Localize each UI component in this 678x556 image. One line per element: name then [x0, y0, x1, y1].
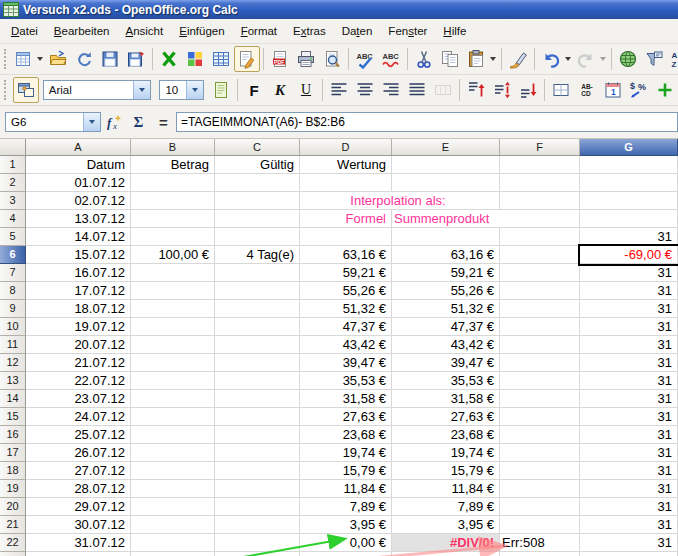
row-header-17[interactable]: 17 [0, 444, 26, 462]
cell-E13[interactable]: 35,53 € [392, 372, 500, 390]
cell-E20[interactable]: 7,89 € [392, 498, 500, 516]
column-header-E[interactable]: E [392, 139, 500, 156]
cell-B9[interactable] [131, 300, 215, 318]
column-header-D[interactable]: D [300, 139, 392, 156]
cell-B16[interactable] [131, 426, 215, 444]
menu-datei[interactable]: Datei [3, 20, 46, 43]
cell-F1[interactable] [500, 156, 580, 174]
cell-C7[interactable] [215, 264, 300, 282]
cell-A6[interactable]: 15.07.12 [26, 246, 131, 264]
cell-A5[interactable]: 14.07.12 [26, 228, 131, 246]
cell-F6[interactable] [500, 246, 580, 264]
cell-C4[interactable] [215, 210, 300, 228]
cell-G3[interactable] [580, 192, 678, 210]
align-left-button[interactable] [326, 77, 352, 103]
cell-E15[interactable]: 27,63 € [392, 408, 500, 426]
cell-D6[interactable]: 63,16 € [300, 246, 392, 264]
cell-A9[interactable]: 18.07.12 [26, 300, 131, 318]
cell-B10[interactable] [131, 318, 215, 336]
cell-C10[interactable] [215, 318, 300, 336]
cell-D16[interactable]: 23,68 € [300, 426, 392, 444]
align-bottom-button[interactable] [515, 77, 541, 103]
menu-einfgen[interactable]: Einfügen [171, 20, 232, 43]
cell-D10[interactable]: 47,37 € [300, 318, 392, 336]
undo-button[interactable] [538, 46, 564, 72]
cell-F12[interactable] [500, 354, 580, 372]
print-button[interactable] [293, 46, 319, 72]
cell-G14[interactable]: 31 [580, 390, 678, 408]
cell-F23[interactable] [500, 552, 580, 556]
cell-G7[interactable]: 31 [580, 264, 678, 282]
add-decimal-button[interactable] [652, 77, 678, 103]
cell-F19[interactable] [500, 480, 580, 498]
cell-E16[interactable]: 23,68 € [392, 426, 500, 444]
row-header-10[interactable]: 10 [0, 318, 26, 336]
sum-button[interactable]: Σ [126, 111, 151, 134]
cell-F9[interactable] [500, 300, 580, 318]
cell-F2[interactable] [500, 174, 580, 192]
undo-dropdown-caret[interactable] [565, 57, 571, 61]
cell-C15[interactable] [215, 408, 300, 426]
cell-A17[interactable]: 26.07.12 [26, 444, 131, 462]
row-header-11[interactable]: 11 [0, 336, 26, 354]
row-header-13[interactable]: 13 [0, 372, 26, 390]
cell-D8[interactable]: 55,26 € [300, 282, 392, 300]
cell-D23[interactable] [300, 552, 392, 556]
column-header-B[interactable]: B [131, 139, 215, 156]
cell-C17[interactable] [215, 444, 300, 462]
cell-C20[interactable] [215, 498, 300, 516]
cell-E17[interactable]: 19,74 € [392, 444, 500, 462]
cell-F5[interactable] [500, 228, 580, 246]
format-date-button[interactable]: 1 [600, 77, 626, 103]
cell-D5[interactable] [300, 228, 392, 246]
open-button[interactable] [45, 46, 71, 72]
cell-C5[interactable] [215, 228, 300, 246]
cell-A4[interactable]: 13.07.12 [26, 210, 131, 228]
combo-dropdown-button[interactable] [133, 81, 150, 99]
redo-button[interactable] [573, 46, 599, 72]
export-pdf-button[interactable]: PDF [267, 46, 293, 72]
cell-A23[interactable] [26, 552, 131, 556]
function-button[interactable]: = [151, 111, 176, 134]
cell-D19[interactable]: 11,84 € [300, 480, 392, 498]
cell-B14[interactable] [131, 390, 215, 408]
cell-A11[interactable]: 20.07.12 [26, 336, 131, 354]
cell-E22[interactable]: #DIV/0! [392, 534, 500, 552]
cell-B18[interactable] [131, 462, 215, 480]
cell-C12[interactable] [215, 354, 300, 372]
row-header-21[interactable]: 21 [0, 516, 26, 534]
row-header-4[interactable]: 4 [0, 210, 26, 228]
cell-C21[interactable] [215, 516, 300, 534]
menu-format[interactable]: Format [233, 20, 285, 43]
cell-D14[interactable]: 31,58 € [300, 390, 392, 408]
row-header-23[interactable]: 23 [0, 552, 26, 556]
cell-D22[interactable]: 0,00 € [300, 534, 392, 552]
row-header-15[interactable]: 15 [0, 408, 26, 426]
cell-A8[interactable]: 17.07.12 [26, 282, 131, 300]
cell-A12[interactable]: 21.07.12 [26, 354, 131, 372]
cell-B5[interactable] [131, 228, 215, 246]
font-name-combo[interactable]: Arial [43, 80, 152, 100]
column-header-C[interactable]: C [215, 139, 300, 156]
cell-F8[interactable] [500, 282, 580, 300]
page-style-button[interactable] [208, 77, 234, 103]
combo-dropdown-button[interactable] [186, 81, 203, 99]
cell-A7[interactable]: 16.07.12 [26, 264, 131, 282]
bold-button[interactable]: F [241, 77, 267, 103]
cell-E1[interactable] [392, 156, 500, 174]
redo-dropdown-caret[interactable] [600, 57, 606, 61]
row-header-18[interactable]: 18 [0, 462, 26, 480]
cell-B22[interactable] [131, 534, 215, 552]
cell-G10[interactable]: 31 [580, 318, 678, 336]
row-header-6[interactable]: 6 [0, 246, 26, 264]
cell-D15[interactable]: 27,63 € [300, 408, 392, 426]
cell-C8[interactable] [215, 282, 300, 300]
cell-F21[interactable] [500, 516, 580, 534]
row-header-3[interactable]: 3 [0, 192, 26, 210]
cell-F7[interactable] [500, 264, 580, 282]
menu-bearbeiten[interactable]: Bearbeiten [46, 20, 118, 43]
row-header-7[interactable]: 7 [0, 264, 26, 282]
cell-C22[interactable] [215, 534, 300, 552]
row-header-8[interactable]: 8 [0, 282, 26, 300]
borders-button[interactable] [548, 77, 574, 103]
